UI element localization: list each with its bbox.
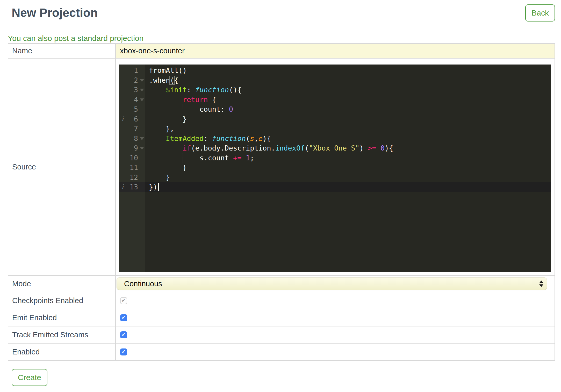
page-title: New Projection — [12, 6, 525, 20]
editor-code-area[interactable]: fromAll().when({ $init: function(){ retu… — [145, 65, 551, 272]
line-number: 3 — [134, 86, 138, 94]
indent-guide — [166, 114, 166, 124]
code-line[interactable]: s.count += 1; — [145, 153, 551, 163]
indent-guide — [166, 104, 166, 114]
line-number: 4 — [134, 96, 138, 104]
line-number: 7 — [134, 125, 138, 133]
source-row: Source 12345i6789101112i13 fromAll().whe… — [8, 58, 555, 275]
back-button[interactable]: Back — [525, 4, 555, 22]
enabled-label: Enabled — [8, 343, 116, 360]
track-emitted-streams-label: Track Emitted Streams — [8, 326, 116, 343]
code-line[interactable]: } — [145, 173, 551, 182]
line-number: 6 — [134, 115, 138, 123]
fold-widget-icon[interactable] — [140, 137, 144, 140]
editor-gutter: 12345i6789101112i13 — [119, 65, 145, 272]
text-cursor — [158, 183, 159, 191]
projection-name-input[interactable] — [116, 44, 555, 58]
code-line[interactable]: ItemAdded: function(s,e){ — [145, 134, 551, 144]
checkpoints-enabled-checkbox[interactable]: ✓ — [120, 297, 127, 304]
mode-row: Mode Continuous — [8, 275, 555, 292]
emit-enabled-checkbox[interactable]: ✓ — [120, 314, 127, 321]
code-line[interactable]: count: 0 — [145, 104, 551, 114]
line-number: 9 — [134, 144, 138, 152]
source-code-editor[interactable]: 12345i6789101112i13 fromAll().when({ $in… — [119, 65, 551, 272]
line-number: 8 — [134, 134, 138, 142]
fold-widget-icon[interactable] — [140, 98, 144, 101]
enabled-row: Enabled ✓ — [8, 343, 555, 360]
fold-widget-icon[interactable] — [140, 79, 144, 82]
line-number: 13 — [130, 183, 138, 191]
enabled-checkbox[interactable]: ✓ — [120, 348, 127, 355]
line-number: 12 — [130, 173, 138, 181]
code-line[interactable]: } — [145, 114, 551, 124]
code-line[interactable]: .when({ — [145, 75, 551, 85]
check-icon: ✓ — [121, 298, 126, 303]
check-icon: ✓ — [121, 349, 126, 354]
standard-projection-link[interactable]: You can also post a standard projection — [8, 33, 143, 43]
indent-guide — [166, 153, 166, 163]
info-annotation-icon: i — [121, 182, 124, 192]
emit-enabled-row: Emit Enabled ✓ — [8, 309, 555, 326]
fold-widget-icon[interactable] — [140, 147, 144, 150]
page-header: New Projection Back — [8, 4, 555, 22]
source-label: Source — [8, 58, 116, 275]
line-number: 2 — [134, 76, 138, 84]
emit-enabled-label: Emit Enabled — [8, 309, 116, 326]
indent-guide — [166, 143, 166, 153]
code-line[interactable]: }) — [145, 182, 551, 192]
mode-select[interactable]: Continuous — [117, 277, 547, 290]
indent-guide — [166, 163, 166, 173]
create-button[interactable]: Create — [12, 369, 47, 386]
line-number: 10 — [130, 154, 138, 162]
check-icon: ✓ — [121, 315, 126, 320]
indent-guide — [183, 153, 183, 163]
code-line[interactable]: fromAll() — [145, 66, 551, 75]
track-emitted-streams-row: Track Emitted Streams ✓ — [8, 326, 555, 343]
indent-guide — [183, 104, 183, 114]
code-line[interactable]: if(e.body.Description.indexOf("Xbox One … — [145, 143, 551, 153]
projection-form-table: Name Source 12345i6789101112i13 fromAll(… — [8, 43, 555, 361]
checkpoints-enabled-row: Checkpoints Enabled ✓ — [8, 292, 555, 309]
track-emitted-streams-checkbox[interactable]: ✓ — [120, 331, 127, 338]
code-line[interactable]: }, — [145, 124, 551, 134]
checkpoints-enabled-label: Checkpoints Enabled — [8, 292, 116, 309]
code-line[interactable]: return { — [145, 95, 551, 105]
info-annotation-icon: i — [121, 114, 124, 124]
line-number: 5 — [134, 105, 138, 113]
code-line[interactable]: } — [145, 163, 551, 173]
code-line[interactable]: $init: function(){ — [145, 85, 551, 95]
name-row: Name — [8, 44, 555, 58]
indent-guide — [166, 95, 166, 105]
line-number: 11 — [130, 163, 138, 172]
line-number: 1 — [134, 66, 138, 74]
check-icon: ✓ — [121, 332, 126, 337]
name-label: Name — [8, 44, 116, 58]
mode-label: Mode — [8, 275, 116, 292]
fold-widget-icon[interactable] — [140, 89, 144, 91]
